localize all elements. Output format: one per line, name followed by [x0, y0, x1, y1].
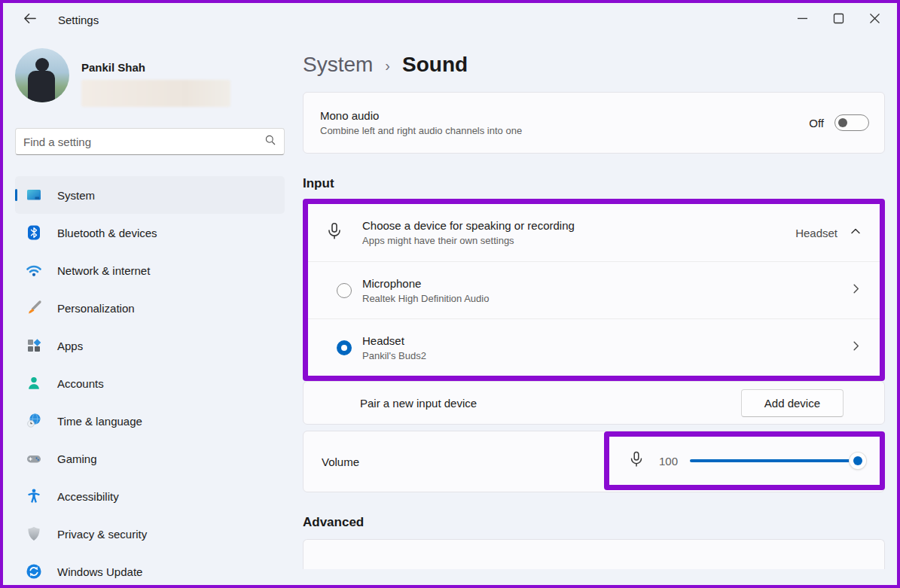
volume-highlight-box: 100 [604, 431, 885, 490]
settings-window: Settings Pankil Sh [0, 0, 900, 588]
sidebar-item-label: Time & language [57, 415, 142, 428]
volume-slider[interactable] [690, 452, 865, 469]
sidebar-item-system[interactable]: System [15, 176, 285, 214]
app-title: Settings [58, 14, 99, 26]
choose-device-row[interactable]: Choose a device for speaking or recordin… [308, 204, 880, 261]
sidebar-item-label: Gaming [57, 452, 97, 465]
sidebar-item-label: Windows Update [57, 565, 142, 578]
mono-audio-title: Mono audio [320, 109, 522, 122]
device-option-headset[interactable]: Headset Pankil's Buds2 [308, 318, 880, 376]
sidebar-item-windows-update[interactable]: Windows Update [15, 553, 285, 585]
search-input[interactable] [23, 136, 264, 148]
bluetooth-icon [26, 224, 42, 241]
sidebar-item-label: Bluetooth & devices [57, 227, 157, 239]
search-icon [264, 134, 276, 149]
volume-value: 100 [659, 455, 678, 468]
mono-audio-toggle[interactable] [834, 114, 869, 131]
windows-update-icon [26, 563, 42, 580]
chevron-right-icon[interactable] [850, 340, 862, 355]
breadcrumb-parent[interactable]: System [303, 53, 373, 77]
sidebar-item-gaming[interactable]: Gaming [15, 440, 285, 477]
radio-unselected[interactable] [337, 283, 352, 298]
profile-name: Pankil Shah [81, 61, 145, 74]
chevron-up-icon[interactable] [850, 225, 862, 240]
close-icon [869, 13, 880, 27]
pair-device-row: Pair a new input device Add device [303, 381, 885, 425]
profile-email-redacted [81, 80, 230, 107]
breadcrumb: System › Sound [303, 53, 885, 77]
gaming-icon [26, 450, 42, 467]
input-devices-highlight-box: Choose a device for speaking or recordin… [303, 199, 885, 381]
sidebar-item-label: Accounts [57, 377, 104, 390]
sidebar-item-time-language[interactable]: Time & language [15, 402, 285, 440]
pair-device-label: Pair a new input device [360, 397, 477, 410]
breadcrumb-separator-icon: › [385, 55, 390, 75]
mono-audio-card: Mono audio Combine left and right audio … [303, 92, 885, 154]
maximize-button[interactable] [820, 3, 856, 36]
sidebar: Pankil Shah System [3, 36, 295, 585]
sidebar-item-privacy-security[interactable]: Privacy & security [15, 515, 285, 553]
maximize-icon [833, 13, 844, 27]
choose-device-selected-value: Headset [795, 227, 837, 239]
title-bar: Settings [3, 3, 897, 36]
choose-device-title: Choose a device for speaking or recordin… [362, 219, 575, 232]
volume-label: Volume [322, 455, 359, 468]
choose-device-subtitle: Apps might have their own settings [362, 235, 575, 246]
mono-audio-subtitle: Combine left and right audio channels in… [320, 125, 522, 136]
back-arrow-icon [23, 11, 37, 29]
device-detail: Pankil's Buds2 [362, 350, 426, 361]
sidebar-item-accounts[interactable]: Accounts [15, 364, 285, 402]
page-title: Sound [402, 53, 468, 77]
selected-indicator [15, 189, 17, 201]
sidebar-nav: System Bluetooth & devices Network & int… [15, 176, 285, 585]
personalization-icon [26, 300, 42, 316]
radio-selected[interactable] [337, 340, 352, 355]
system-icon [26, 187, 42, 203]
sidebar-item-bluetooth-devices[interactable]: Bluetooth & devices [15, 214, 285, 251]
window-controls [784, 3, 892, 36]
apps-icon [26, 337, 42, 354]
profile-section[interactable]: Pankil Shah [15, 48, 285, 113]
advanced-card-partial [303, 539, 885, 569]
minimize-button[interactable] [784, 3, 820, 36]
accounts-icon [26, 375, 42, 391]
device-name: Microphone [362, 277, 489, 290]
sidebar-item-personalization[interactable]: Personalization [15, 289, 285, 327]
device-option-microphone[interactable]: Microphone Realtek High Definition Audio [308, 261, 880, 318]
network-icon [26, 262, 42, 279]
microphone-icon [627, 450, 645, 471]
sidebar-item-apps[interactable]: Apps [15, 327, 285, 364]
mono-audio-texts: Mono audio Combine left and right audio … [320, 109, 522, 136]
main-content: System › Sound Mono audio Combine left a… [295, 36, 897, 585]
slider-track[interactable] [690, 459, 859, 462]
close-button[interactable] [856, 3, 892, 36]
sidebar-item-label: Apps [57, 340, 83, 352]
sidebar-item-accessibility[interactable]: Accessibility [15, 477, 285, 515]
sidebar-item-label: Personalization [57, 302, 135, 315]
search-box[interactable] [15, 128, 285, 155]
sidebar-item-label: System [57, 189, 95, 202]
device-name: Headset [362, 334, 426, 347]
sidebar-item-label: Privacy & security [57, 528, 147, 541]
toggle-knob [838, 118, 847, 127]
time-language-icon [26, 413, 42, 429]
device-detail: Realtek High Definition Audio [362, 293, 489, 304]
add-device-button[interactable]: Add device [741, 389, 844, 417]
back-button[interactable] [19, 9, 40, 30]
sidebar-item-label: Network & internet [57, 264, 150, 277]
accessibility-icon [26, 488, 42, 504]
advanced-section-header: Advanced [303, 515, 885, 530]
input-section-header: Input [303, 176, 885, 191]
avatar [15, 48, 69, 102]
privacy-security-icon [26, 526, 42, 542]
microphone-icon [325, 221, 344, 244]
sidebar-item-label: Accessibility [57, 490, 119, 503]
mono-audio-toggle-state: Off [809, 117, 824, 129]
chevron-right-icon[interactable] [850, 283, 862, 297]
sidebar-item-network-internet[interactable]: Network & internet [15, 251, 285, 289]
volume-row: Volume 100 [303, 431, 885, 492]
slider-knob[interactable] [850, 452, 866, 469]
minimize-icon [797, 13, 808, 27]
